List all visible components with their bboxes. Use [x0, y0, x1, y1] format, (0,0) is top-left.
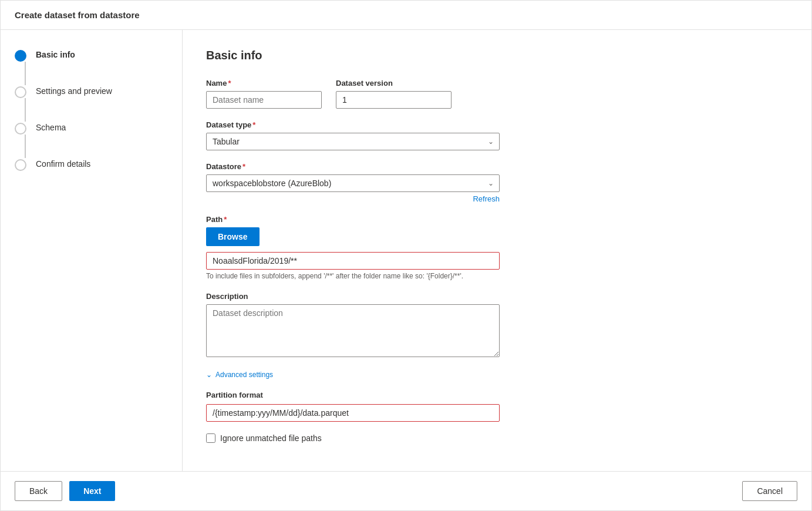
step-circle-schema [15, 123, 26, 135]
page-title: Create dataset from datastore [15, 10, 140, 20]
footer-left-buttons: Back Next [15, 481, 115, 501]
datastore-group: Datastore* workspaceblobstore (AzureBlob… [206, 162, 788, 203]
name-version-row: Name* Dataset version [206, 79, 788, 109]
step-settings-preview: Settings and preview [15, 85, 168, 98]
page-footer: Back Next Cancel [1, 471, 811, 510]
dataset-type-group: Dataset type* Tabular File ⌄ [206, 120, 788, 150]
step-circle-basic-info [15, 50, 26, 62]
step-label-settings: Settings and preview [36, 85, 112, 96]
ignore-unmatched-checkbox[interactable] [206, 433, 215, 443]
partition-input-wrapper [206, 404, 500, 422]
path-hint: To include files in subfolders, append '… [206, 272, 500, 280]
description-input[interactable] [206, 304, 500, 357]
path-label: Path* [206, 215, 788, 224]
version-group: Dataset version [336, 79, 452, 109]
step-schema: Schema [15, 122, 168, 135]
name-required-star: * [228, 79, 231, 88]
page-header: Create dataset from datastore [1, 1, 811, 30]
step-confirm-details: Confirm details [15, 158, 168, 171]
path-input-wrapper [206, 252, 500, 270]
dataset-type-label: Dataset type* [206, 120, 788, 129]
browse-button[interactable]: Browse [206, 227, 260, 246]
step-label-schema: Schema [36, 122, 66, 132]
dataset-version-input [336, 91, 452, 109]
datastore-select[interactable]: workspaceblobstore (AzureBlob) [206, 174, 500, 192]
cancel-button[interactable]: Cancel [742, 481, 797, 501]
step-label-confirm: Confirm details [36, 158, 90, 169]
datastore-select-wrapper: workspaceblobstore (AzureBlob) ⌄ [206, 174, 500, 192]
advanced-settings-toggle[interactable]: ⌄ Advanced settings [206, 371, 273, 379]
back-button[interactable]: Back [15, 481, 62, 501]
step-label-basic-info: Basic info [36, 49, 75, 59]
partition-format-group: Partition format [206, 391, 788, 422]
ignore-unmatched-row: Ignore unmatched file paths [206, 433, 788, 443]
step-basic-info: Basic info [15, 49, 168, 62]
chevron-down-icon-advanced: ⌄ [206, 371, 212, 379]
refresh-link[interactable]: Refresh [473, 194, 500, 203]
version-label: Dataset version [336, 79, 452, 88]
refresh-link-wrapper: Refresh [206, 194, 500, 203]
partition-format-label: Partition format [206, 391, 788, 399]
name-group: Name* [206, 79, 322, 109]
description-label: Description [206, 292, 788, 301]
dataset-type-select[interactable]: Tabular File [206, 133, 500, 150]
path-input[interactable] [206, 252, 500, 270]
step-connector-1 [25, 62, 26, 85]
description-group: Description [206, 292, 788, 359]
step-connector-3 [25, 135, 26, 158]
step-circle-settings [15, 86, 26, 98]
main-content: Basic info Name* Dataset version Dataset… [183, 30, 811, 471]
section-title: Basic info [206, 49, 788, 62]
step-circle-confirm [15, 159, 26, 171]
dataset-name-input[interactable] [206, 91, 322, 109]
dataset-type-select-wrapper: Tabular File ⌄ [206, 133, 500, 150]
ignore-unmatched-label: Ignore unmatched file paths [220, 433, 322, 443]
datastore-label: Datastore* [206, 162, 788, 171]
next-button[interactable]: Next [69, 481, 115, 501]
name-label: Name* [206, 79, 322, 88]
sidebar: Basic info Settings and preview Schema C… [1, 30, 183, 471]
path-group: Path* Browse To include files in subfold… [206, 215, 788, 280]
advanced-settings-label: Advanced settings [215, 371, 273, 379]
partition-format-input[interactable] [206, 404, 500, 422]
step-connector-2 [25, 98, 26, 122]
